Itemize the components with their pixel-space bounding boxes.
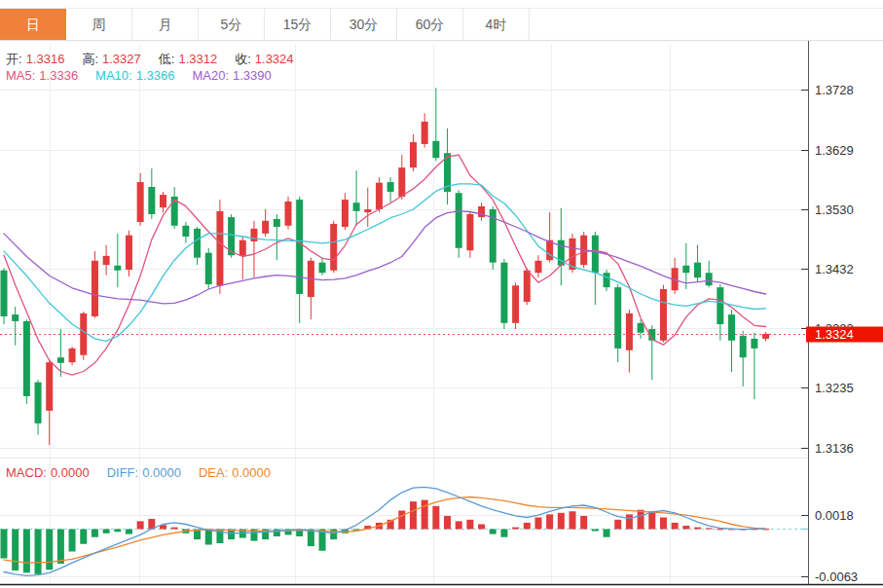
macd-histogram-bar — [57, 530, 64, 564]
candle-body — [342, 200, 349, 227]
candle-body — [46, 362, 53, 411]
macd-histogram-bar — [706, 528, 713, 529]
macd-histogram-bar — [614, 520, 621, 530]
macd-histogram-bar — [558, 513, 565, 530]
macd-histogram-bar — [137, 521, 144, 529]
y-axis-label: 1.3432 — [815, 262, 854, 276]
candle-body — [387, 182, 394, 192]
ohlc-row-item: 收:1.3324 — [235, 52, 297, 66]
macd-histogram-bar — [171, 528, 178, 530]
macd-row-value: 0.0000 — [51, 465, 90, 480]
macd-histogram-bar — [308, 530, 314, 547]
candle-body — [398, 167, 405, 197]
candle-body — [432, 141, 439, 158]
candle-body — [512, 285, 519, 323]
candle-body — [456, 193, 462, 248]
y-axis-label: 1.3728 — [815, 83, 854, 97]
macd-histogram-bar — [69, 530, 76, 552]
candle-body — [1, 271, 8, 316]
candle-body — [626, 313, 633, 350]
ohlc-row-value: 1.3324 — [255, 52, 294, 66]
ohlc-row-label: 低: — [159, 52, 175, 66]
macd-histogram-bar — [672, 523, 679, 530]
macd-histogram-bar — [604, 530, 610, 537]
macd-histogram-bar — [23, 530, 30, 573]
ohlc-row-item: 开:1.3316 — [6, 52, 68, 66]
chart-canvas[interactable]: 1.37281.36291.35301.34321.33331.32351.31… — [0, 0, 883, 588]
candle-body — [682, 266, 689, 273]
macd-histogram-bar — [422, 500, 428, 530]
candle-body — [92, 261, 98, 316]
macd-row-label: DIFF: — [107, 465, 139, 480]
macd-histogram-bar — [80, 530, 87, 544]
macd-histogram-bar — [534, 517, 541, 529]
macd-histogram-bar — [717, 529, 723, 530]
macd-histogram-bar — [660, 517, 667, 529]
ma-row-item: MA10:1.3366 — [95, 68, 178, 83]
ohlc-row-value: 1.3312 — [178, 52, 217, 66]
macd-histogram-bar — [114, 530, 121, 533]
candle-body — [126, 236, 132, 270]
macd-histogram-bar — [1, 530, 8, 559]
candle-body — [740, 336, 747, 357]
macd-histogram-bar — [12, 530, 18, 570]
y-axis-label: 1.3629 — [815, 143, 854, 158]
macd-histogram-bar — [500, 530, 507, 537]
macd-histogram-bar — [570, 511, 576, 529]
macd-histogram-bar — [205, 530, 212, 545]
candle-body — [614, 287, 621, 349]
macd-histogram-bar — [626, 514, 633, 529]
macd-histogram-bar — [580, 516, 587, 530]
candle-body — [57, 357, 64, 363]
candle-body — [239, 240, 246, 256]
macd-histogram-bar — [490, 530, 497, 534]
candle-body — [137, 182, 144, 222]
candle-body — [182, 226, 189, 237]
candle-body — [376, 183, 383, 209]
macd-histogram-bar — [638, 510, 644, 530]
macd-histogram-bar — [330, 530, 337, 540]
candle-body — [762, 334, 769, 339]
macd-row-item: DIFF:0.0000 — [107, 465, 185, 480]
macd-histogram-bar — [274, 530, 280, 536]
ohlc-row-label: 收: — [235, 52, 251, 66]
macd-row-value: 0.0000 — [142, 465, 181, 480]
candle-body — [353, 202, 360, 211]
ohlc-row-label: 高: — [82, 52, 98, 66]
macd-histogram-bar — [410, 501, 417, 529]
candle-body — [296, 200, 303, 294]
ma-row-item: MA20:1.3390 — [192, 68, 275, 83]
ma-row-label: MA5: — [6, 68, 35, 83]
macd-histogram-bar — [694, 528, 701, 530]
candle-body — [35, 383, 42, 423]
macd-histogram-bar — [126, 530, 132, 534]
ma-row-value: 1.3390 — [233, 68, 272, 83]
macd-row-item: DEA:0.0000 — [199, 465, 275, 480]
macd-row-label: DEA: — [199, 465, 228, 480]
candle-body — [160, 195, 166, 207]
macd-histogram-bar — [444, 516, 451, 530]
macd-histogram-bar — [92, 530, 98, 537]
macd-histogram-bar — [398, 510, 405, 529]
candle-body — [103, 256, 110, 265]
candle-body — [69, 349, 76, 362]
ohlc-row-label: 开: — [6, 52, 22, 66]
ma-row-item: MA5:1.3336 — [6, 68, 82, 83]
candle-body — [216, 211, 223, 285]
candle-body — [12, 314, 18, 321]
ma-row-value: 1.3336 — [39, 68, 78, 83]
ohlc-readout: 开:1.3316高:1.3327低:1.3312收:1.3324 — [6, 51, 312, 68]
candle-body — [274, 219, 280, 227]
macd-row-value: 0.0000 — [232, 465, 271, 480]
candle-body — [80, 313, 87, 355]
candle-body — [706, 273, 713, 285]
candle-body — [592, 236, 599, 274]
candle-body — [194, 229, 201, 258]
macd-histogram-bar — [524, 523, 531, 530]
candle-body — [534, 261, 541, 273]
macd-row-item: MACD:0.0000 — [6, 465, 93, 480]
macd-histogram-bar — [466, 520, 473, 530]
macd-row-label: MACD: — [6, 465, 47, 480]
ma-readout: MA5:1.3336MA10:1.3366MA20:1.3390 — [6, 68, 289, 83]
candle-body — [205, 253, 212, 284]
